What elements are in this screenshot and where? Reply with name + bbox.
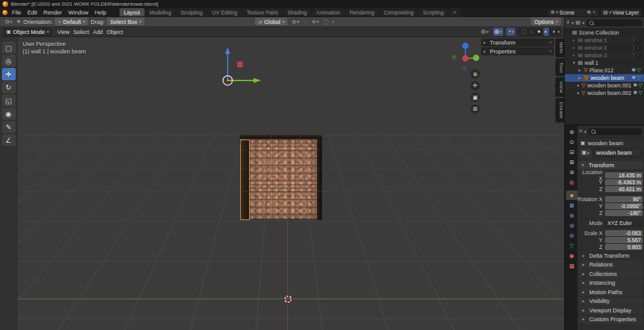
- field-value-rotation-z[interactable]: -180°: [605, 210, 643, 216]
- panel-collections[interactable]: ▸Collections: [579, 270, 643, 278]
- shading-material-icon[interactable]: ◐: [543, 28, 549, 36]
- properties-tab-particles[interactable]: ⊛: [566, 211, 577, 220]
- mesh-data-icon[interactable]: ▽: [638, 83, 642, 88]
- menu-window[interactable]: Window: [65, 9, 92, 16]
- snap-magnet-icon[interactable]: ∩: [304, 19, 308, 25]
- tool-scale[interactable]: ◱: [2, 94, 16, 107]
- n-panel-tab-create[interactable]: Create: [555, 98, 564, 123]
- delete-scene-icon[interactable]: ✕: [592, 10, 596, 15]
- wooden-beam-selected[interactable]: [241, 140, 249, 219]
- properties-tab-render[interactable]: ⊙: [566, 138, 577, 147]
- transform-orientation-dropdown[interactable]: ⊿ Global ▾: [255, 18, 287, 26]
- tool-rotate[interactable]: ↻: [2, 81, 16, 94]
- properties-tab-object-data[interactable]: ▽: [566, 241, 577, 250]
- field-value-rotation-rotation-x[interactable]: 90°: [605, 196, 643, 202]
- field-value-location-y[interactable]: -8.4363 m: [605, 179, 643, 185]
- show-overlays-dropdown[interactable]: ◍▾: [493, 28, 503, 36]
- n-panel-tab-tool[interactable]: Tool: [555, 58, 564, 77]
- outliner-row-scene-collection[interactable]: ▤Scene Collection: [565, 29, 644, 36]
- tool-select-box[interactable]: ▢: [2, 41, 16, 54]
- object-type-dropdown[interactable]: ▣ ▾: [580, 149, 591, 157]
- expand-right-icon[interactable]: ▸: [577, 75, 582, 80]
- workspace-tab-scripting[interactable]: Scripting: [418, 8, 448, 16]
- workspace-tab-rendering[interactable]: Rendering: [345, 8, 379, 16]
- viewport-menu-add[interactable]: Add: [91, 29, 104, 35]
- show-gizmo-dropdown[interactable]: ◎▾: [480, 28, 490, 36]
- workspace-tab-texture-paint[interactable]: Texture Paint: [242, 8, 282, 16]
- outliner-row-window-3[interactable]: ▸▤window 3▽2: [565, 52, 644, 59]
- active-tool-selector[interactable]: ⊡ ▾: [3, 18, 14, 26]
- menu-file[interactable]: File: [9, 9, 25, 16]
- wall-object[interactable]: [240, 135, 322, 220]
- outliner-search-input[interactable]: [586, 19, 642, 26]
- 3d-viewport[interactable]: ▢◎✛↻◱◉✎∠ User Perspective (1) wall 1 | w…: [0, 37, 564, 330]
- properties-tab-view-layer[interactable]: ⊞: [566, 158, 577, 167]
- transform-panel-header[interactable]: ▾ Transform: [579, 161, 643, 169]
- shading-rendered-icon[interactable]: ◑: [550, 28, 556, 36]
- tool-measure[interactable]: ∠: [2, 134, 16, 146]
- panel-custom-properties[interactable]: ▸Custom Properties: [579, 316, 643, 324]
- properties-search-input[interactable]: [588, 128, 642, 135]
- properties-tab-texture[interactable]: ▦: [566, 261, 577, 270]
- shading-wireframe-icon[interactable]: ◌: [529, 28, 535, 36]
- n-panel-tab-item[interactable]: Item: [555, 38, 564, 57]
- viewport-menu-view[interactable]: View: [55, 29, 71, 35]
- proportional-editing-icon[interactable]: ◯: [323, 19, 329, 25]
- n-panel-section-transform[interactable]: ▸Transform≡: [481, 38, 554, 47]
- workspace-tab-shading[interactable]: Shading: [283, 8, 311, 16]
- falloff-curve-icon[interactable]: ∧: [331, 19, 335, 25]
- new-scene-icon[interactable]: ⧉: [587, 10, 591, 15]
- navigation-gizmo[interactable]: [447, 40, 484, 72]
- expand-right-icon[interactable]: ▸: [577, 83, 580, 88]
- blender-menu-icon[interactable]: [3, 10, 8, 15]
- field-value-scale-y[interactable]: 5.567: [605, 237, 643, 243]
- n-panel-tab-view[interactable]: View: [555, 77, 564, 97]
- menu-edit[interactable]: Edit: [25, 9, 41, 16]
- field-value-scale-z[interactable]: 0.803: [605, 244, 643, 250]
- expand-down-icon[interactable]: ▾: [572, 60, 576, 65]
- panel-viewport-display[interactable]: ▸Viewport Display: [579, 306, 643, 314]
- editor-type-icon[interactable]: ≡: [579, 129, 582, 134]
- properties-tab-output[interactable]: ⊟: [566, 148, 577, 157]
- viewport-menu-select[interactable]: Select: [71, 29, 91, 35]
- display-mode-icon[interactable]: ▤: [575, 20, 580, 25]
- panel-motion-paths[interactable]: ▸Motion Paths: [579, 288, 643, 296]
- tool-cursor[interactable]: ◎: [2, 55, 16, 67]
- delta-transform-panel[interactable]: ▸ Delta Transform: [577, 252, 644, 260]
- menu-render[interactable]: Render: [40, 9, 65, 16]
- viewport-menu-object[interactable]: Object: [105, 29, 125, 35]
- wooden-beam-right[interactable]: [317, 138, 322, 220]
- tool-move[interactable]: ✛: [2, 68, 16, 80]
- panel-relations[interactable]: ▸Relations: [579, 261, 643, 269]
- outliner-row-wooden-beam-002[interactable]: ▸▽wooden beam.002✱▽: [565, 89, 644, 97]
- new-workspace-button[interactable]: +: [448, 8, 460, 16]
- menu-help[interactable]: Help: [92, 9, 110, 16]
- properties-tab-constraints[interactable]: ⊜: [566, 231, 577, 240]
- properties-tab-physics[interactable]: ⊚: [566, 221, 577, 230]
- properties-tab-modifiers[interactable]: ⊠: [566, 201, 577, 210]
- workspace-tab-uv-editing[interactable]: UV Editing: [208, 8, 242, 16]
- move-gizmo[interactable]: [208, 42, 270, 92]
- shading-solid-icon[interactable]: ●: [536, 28, 541, 36]
- expand-right-icon[interactable]: ▸: [572, 45, 576, 50]
- expand-right-icon[interactable]: ▸: [577, 68, 582, 73]
- tool-transform[interactable]: ◉: [2, 107, 16, 120]
- properties-tab-scene[interactable]: ⊚: [566, 168, 577, 177]
- toggle-xray-icon[interactable]: ▢: [519, 28, 528, 36]
- view-layer-selector[interactable]: ▤ ▾ View Layer: [601, 9, 641, 16]
- outliner-row-wooden-beam-001[interactable]: ▸▽wooden beam.001✱▽: [565, 82, 644, 89]
- filter-icon[interactable]: ≡: [567, 20, 570, 25]
- modifier-wrench-icon[interactable]: ✱: [631, 75, 636, 80]
- outliner-row-plane-012[interactable]: ▸▽Plane.012✱▽: [565, 67, 644, 74]
- expand-right-icon[interactable]: ▸: [577, 91, 580, 96]
- field-value-rotation-y[interactable]: -0.0956°: [605, 203, 643, 209]
- panel-visibility[interactable]: ▸Visibility: [579, 297, 643, 305]
- outliner-row-wall-1[interactable]: ▾▤wall 1: [565, 59, 644, 67]
- scene-selector[interactable]: ⊚ ▾ Scene ⧉ ✕: [548, 9, 599, 16]
- modifier-wrench-icon[interactable]: ✱: [631, 68, 636, 73]
- snap-settings-dropdown[interactable]: ⊙ ▾: [310, 18, 321, 26]
- properties-tab-object[interactable]: ■: [566, 190, 577, 200]
- workspace-tab-compositing[interactable]: Compositing: [379, 8, 418, 16]
- outliner-row-window-2[interactable]: ▸▤window 2▽2: [565, 44, 644, 52]
- tool-annotate[interactable]: ✎: [2, 121, 16, 133]
